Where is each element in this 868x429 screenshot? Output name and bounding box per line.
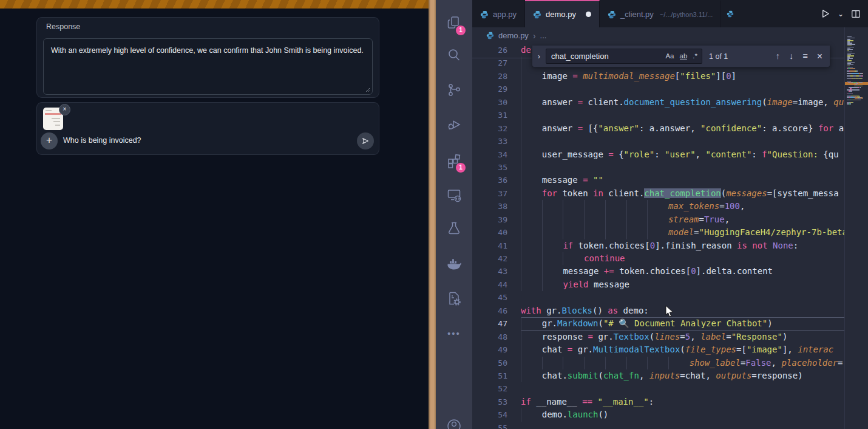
mouse-cursor: [665, 305, 674, 318]
code-row[interactable]: 48response = gr.Textbox(lines=5, label="…: [472, 331, 868, 343]
code-row[interactable]: 40model="HuggingFaceH4/zephyr-7b-beta: [472, 226, 868, 239]
whole-word-icon[interactable]: ab: [680, 52, 688, 60]
code-row[interactable]: 42continue: [472, 252, 868, 265]
explorer-badge: 1: [456, 26, 466, 35]
code-row[interactable]: 34user_message = {"role": "user", "conte…: [472, 148, 868, 161]
search-icon[interactable]: [446, 47, 462, 63]
line-number: 37: [472, 187, 521, 200]
find-previous-icon[interactable]: ↑: [776, 51, 780, 62]
run-debug-icon[interactable]: [446, 117, 462, 132]
line-number: 41: [472, 239, 521, 252]
split-editor-icon[interactable]: [851, 9, 861, 19]
line-number: 35: [472, 161, 521, 174]
activity-bar: 1 1: [436, 0, 472, 429]
code-row[interactable]: 30answer = client.document_question_answ…: [472, 96, 868, 109]
find-next-icon[interactable]: ↓: [789, 51, 793, 62]
editor-group: app.py demo.py _client.py ~: [472, 0, 868, 429]
add-file-button[interactable]: +: [41, 132, 58, 149]
code-row[interactable]: 54demo.launch(): [472, 408, 868, 421]
line-number: 52: [472, 382, 521, 395]
python-icon: [533, 10, 541, 19]
response-label: Response: [46, 22, 80, 31]
code-row[interactable]: 50show_label=False, placeholder=: [472, 357, 868, 369]
breadcrumb-symbol[interactable]: ...: [540, 31, 547, 40]
line-number: 30: [472, 96, 521, 109]
breadcrumb-separator-icon: ›: [533, 31, 536, 41]
python-icon: [486, 32, 494, 39]
docker-icon[interactable]: [446, 256, 462, 272]
line-number: 49: [472, 343, 521, 356]
line-number: 29: [472, 83, 521, 95]
cmake-tools-icon[interactable]: [446, 290, 462, 306]
code-row[interactable]: 28image = multimodal_message["files"][0]: [472, 70, 868, 83]
code-row[interactable]: 29: [472, 83, 868, 95]
code-row[interactable]: 53if __name__ == "__main__":: [472, 396, 868, 408]
find-input[interactable]: chat_completion Aa ab .*: [546, 49, 702, 64]
breadcrumb[interactable]: demo.py › ...: [472, 27, 868, 44]
code-row[interactable]: 31: [472, 109, 868, 122]
modified-dot-icon[interactable]: [586, 12, 591, 17]
line-number: 31: [472, 109, 521, 122]
send-button[interactable]: [357, 132, 374, 149]
line-number: 39: [472, 213, 521, 226]
tab-app-py[interactable]: app.py: [472, 0, 525, 27]
tab-demo-py[interactable]: demo.py: [525, 0, 600, 27]
resize-handle-icon[interactable]: [364, 86, 370, 92]
extensions-badge: 1: [456, 163, 466, 173]
line-number: 53: [472, 396, 521, 408]
tab-bar: app.py demo.py _client.py ~: [472, 0, 868, 27]
code-row[interactable]: 43message += token.choices[0].delta.cont…: [472, 265, 868, 278]
code-row[interactable]: 35: [472, 161, 868, 174]
line-number: 40: [472, 226, 521, 239]
browser-top-bar: [0, 0, 429, 9]
line-number: 42: [472, 252, 521, 265]
code-row[interactable]: 33: [472, 135, 868, 148]
line-number: 55: [472, 422, 521, 429]
code-row[interactable]: 41if token.choices[0].finish_reason is n…: [472, 239, 868, 252]
breadcrumb-file[interactable]: demo.py: [498, 31, 529, 40]
code-row[interactable]: 47gr.Markdown("# 🔍 Document Analyzer Cha…: [472, 317, 868, 330]
code-row[interactable]: 45: [472, 291, 868, 304]
remote-explorer-icon[interactable]: [446, 187, 462, 203]
find-in-selection-icon[interactable]: ≡: [802, 51, 807, 62]
line-number: 44: [472, 278, 521, 291]
line-number: 46: [472, 304, 521, 317]
attachment-close-button[interactable]: ×: [59, 104, 70, 115]
find-query: chat_completion: [551, 52, 609, 61]
account-icon[interactable]: [446, 418, 462, 429]
run-dropdown-icon[interactable]: ⌄: [838, 10, 844, 18]
code-row[interactable]: 49chat = gr.MultimodalTextbox(file_types…: [472, 343, 868, 356]
tab-overflow[interactable]: [721, 0, 734, 27]
tab-label: app.py: [493, 10, 517, 19]
code-lines[interactable]: 26def chat_fn(multimodal_message):2728im…: [472, 44, 868, 429]
python-icon: [608, 10, 616, 19]
vscode-window: 1 1: [436, 0, 868, 429]
code-row[interactable]: 44yield message: [472, 278, 868, 291]
code-row[interactable]: 38max_tokens=100,: [472, 200, 868, 213]
code-row[interactable]: 37for token in client.chat_completion(me…: [472, 187, 868, 200]
tab-client-py[interactable]: _client.py ~/.../python3.11/...: [600, 0, 721, 27]
code-row[interactable]: 51chat.submit(chat_fn, inputs=chat, outp…: [472, 369, 868, 382]
code-row[interactable]: 52: [472, 382, 868, 395]
chat-input-text[interactable]: Who is being invoiced?: [63, 136, 141, 145]
code-row[interactable]: 36message = "": [472, 174, 868, 187]
code-row[interactable]: 55: [472, 422, 868, 429]
source-control-icon[interactable]: [446, 82, 462, 98]
close-find-icon[interactable]: ×: [817, 51, 822, 62]
testing-beaker-icon[interactable]: [446, 221, 462, 236]
response-textarea[interactable]: With an extremely high level of confiden…: [43, 38, 373, 95]
line-number: 26: [472, 44, 521, 57]
line-number: 54: [472, 408, 521, 421]
more-actions-icon[interactable]: •••: [446, 328, 462, 344]
minimap[interactable]: [844, 27, 868, 429]
run-file-icon[interactable]: [820, 9, 830, 19]
regex-icon[interactable]: .*: [693, 52, 697, 60]
code-row[interactable]: 32answer = [{"answer": a.answer, "confid…: [472, 122, 868, 135]
panel-divider[interactable]: [429, 0, 436, 429]
code-row[interactable]: 39stream=True,: [472, 213, 868, 226]
multimodal-textbox[interactable]: × + Who is being invoiced?: [36, 102, 379, 155]
minimap-content: [847, 36, 867, 106]
match-case-icon[interactable]: Aa: [665, 52, 674, 60]
tab-label: _client.py: [620, 10, 654, 19]
toggle-replace-icon[interactable]: ›: [532, 52, 546, 61]
